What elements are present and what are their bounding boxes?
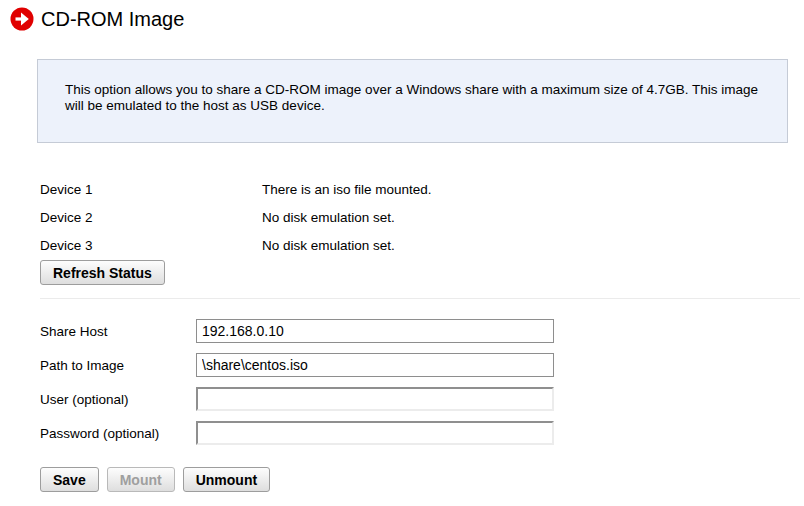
page-title: CD-ROM Image bbox=[41, 7, 184, 31]
red-arrow-circle-icon bbox=[10, 7, 34, 31]
device-row-3: Device 3 No disk emulation set. bbox=[40, 232, 804, 260]
user-input[interactable] bbox=[196, 387, 554, 411]
form-row-user: User (optional) bbox=[40, 387, 804, 411]
device-3-label: Device 3 bbox=[40, 232, 262, 260]
section-divider bbox=[40, 298, 800, 299]
form-row-share-host: Share Host bbox=[40, 319, 804, 343]
mount-button[interactable]: Mount bbox=[107, 467, 175, 492]
device-3-status: No disk emulation set. bbox=[262, 232, 804, 260]
unmount-button[interactable]: Unmount bbox=[183, 467, 270, 492]
save-button[interactable]: Save bbox=[40, 467, 99, 492]
device-row-2: Device 2 No disk emulation set. bbox=[40, 204, 804, 232]
user-label: User (optional) bbox=[40, 392, 196, 407]
action-button-row: Save Mount Unmount bbox=[40, 467, 804, 492]
info-box-text: This option allows you to share a CD-ROM… bbox=[65, 82, 758, 113]
password-label: Password (optional) bbox=[40, 426, 196, 441]
mount-form: Share Host Path to Image User (optional)… bbox=[40, 319, 804, 445]
path-to-image-input[interactable] bbox=[196, 353, 554, 377]
share-host-input[interactable] bbox=[196, 319, 554, 343]
refresh-status-button[interactable]: Refresh Status bbox=[40, 260, 165, 285]
device-1-label: Device 1 bbox=[40, 176, 262, 204]
device-2-status: No disk emulation set. bbox=[262, 204, 804, 232]
page-header: CD-ROM Image bbox=[0, 0, 804, 30]
share-host-label: Share Host bbox=[40, 324, 196, 339]
device-2-label: Device 2 bbox=[40, 204, 262, 232]
device-row-1: Device 1 There is an iso file mounted. bbox=[40, 176, 804, 204]
password-input[interactable] bbox=[196, 421, 554, 445]
device-status-section: Device 1 There is an iso file mounted. D… bbox=[40, 176, 804, 285]
form-row-path-to-image: Path to Image bbox=[40, 353, 804, 377]
path-to-image-label: Path to Image bbox=[40, 358, 196, 373]
device-1-status: There is an iso file mounted. bbox=[262, 176, 804, 204]
form-row-password: Password (optional) bbox=[40, 421, 804, 445]
info-box: This option allows you to share a CD-ROM… bbox=[37, 59, 788, 143]
